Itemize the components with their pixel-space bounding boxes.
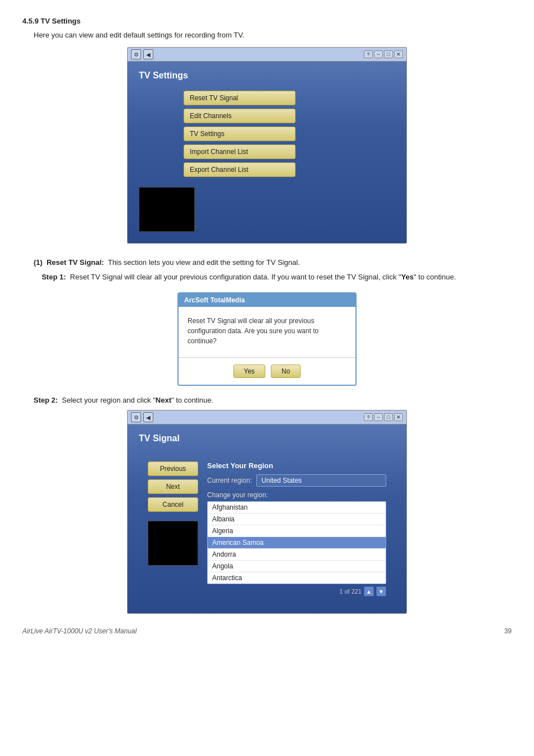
pagination-down-button[interactable]: ▼ xyxy=(376,586,386,596)
step1-description: This section lets you view and edit the … xyxy=(108,258,300,267)
signal-left-panel: Previous Next Cancel xyxy=(148,461,198,596)
step2-label-bold: Step 2: xyxy=(34,396,58,404)
region-item-algeria[interactable]: Algeria xyxy=(208,525,386,537)
previous-button[interactable]: Previous xyxy=(148,461,198,476)
export-channel-list-button[interactable]: Export Channel List xyxy=(184,162,296,177)
titlebar-right-icons: ? − □ ✕ xyxy=(364,50,403,58)
dialog-footer: Yes No xyxy=(179,358,355,385)
dialog-wrapper: ArcSoft TotalMedia Reset TV Signal will … xyxy=(22,292,512,386)
dialog-no-button[interactable]: No xyxy=(271,365,301,378)
current-region-row: Current region: United States xyxy=(207,474,386,487)
current-region-label: Current region: xyxy=(207,477,252,484)
yes-emphasis: Yes xyxy=(401,273,414,281)
region-pagination: 1 of 221 ▲ ▼ xyxy=(207,586,386,596)
signal-titlebar-right: ? − □ ✕ xyxy=(364,413,403,421)
signal-gear-icon[interactable]: ⚙ xyxy=(131,412,141,422)
signal-help-button[interactable]: ? xyxy=(364,413,373,421)
intro-text: Here you can view and edit default setti… xyxy=(34,31,512,39)
region-item-afghanistan[interactable]: Afghanistan xyxy=(208,502,386,514)
section-heading: 4.5.9 TV Settings xyxy=(22,17,512,25)
tv-signal-window: ⚙ ◀ ? − □ ✕ TV Signal Previous Next Canc… xyxy=(127,410,407,614)
step1-instruction: Step 1: Reset TV Signal will clear all y… xyxy=(34,272,512,283)
dialog-body: Reset TV Signal will clear all your prev… xyxy=(179,307,355,358)
step1-section: (1) Reset TV Signal: This section lets y… xyxy=(22,257,512,282)
region-item-albania[interactable]: Albania xyxy=(208,514,386,525)
signal-close-button[interactable]: ✕ xyxy=(394,413,403,421)
signal-app-title: TV Signal xyxy=(139,433,395,444)
step1-title: Reset TV Signal: xyxy=(46,258,104,267)
pagination-text: 1 of 221 xyxy=(339,588,362,595)
signal-arrow-icon[interactable]: ◀ xyxy=(143,412,153,422)
current-region-value: United States xyxy=(256,474,386,487)
maximize-button[interactable]: □ xyxy=(384,50,393,58)
step1-text2: " to continue. xyxy=(414,273,456,281)
close-button[interactable]: ✕ xyxy=(394,50,403,58)
signal-preview-box xyxy=(148,521,198,566)
region-item-angola[interactable]: Angola xyxy=(208,561,386,572)
dialog-box: ArcSoft TotalMedia Reset TV Signal will … xyxy=(177,292,357,386)
signal-maximize-button[interactable]: □ xyxy=(384,413,393,421)
cancel-button[interactable]: Cancel xyxy=(148,497,198,512)
tv-settings-button[interactable]: TV Settings xyxy=(184,127,296,141)
step1-text: Reset TV Signal will clear all your prev… xyxy=(70,273,401,281)
preview-box xyxy=(139,187,195,232)
step1-number: (1) xyxy=(34,258,43,267)
import-channel-list-button[interactable]: Import Channel List xyxy=(184,144,296,159)
region-list: Afghanistan Albania Algeria American Sam… xyxy=(207,501,386,584)
next-button[interactable]: Next xyxy=(148,479,198,494)
signal-content: Previous Next Cancel Select Your Region … xyxy=(139,454,395,608)
pagination-up-button[interactable]: ▲ xyxy=(364,586,374,596)
reset-tv-signal-button[interactable]: Reset TV Signal xyxy=(184,91,296,105)
page-footer: AirLive AirTV-1000U v2 User's Manual 39 xyxy=(22,627,512,635)
help-button[interactable]: ? xyxy=(364,50,373,58)
menu-buttons: Reset TV Signal Edit Channels TV Setting… xyxy=(184,91,395,177)
region-item-american-samoa[interactable]: American Samoa xyxy=(208,537,386,549)
change-region-label: Change your region: xyxy=(207,491,386,499)
signal-titlebar-left: ⚙ ◀ xyxy=(131,412,153,422)
signal-titlebar: ⚙ ◀ ? − □ ✕ xyxy=(128,410,406,424)
footer-brand: AirLive AirTV-1000U v2 User's Manual xyxy=(22,627,137,635)
app-content: TV Settings Reset TV Signal Edit Channel… xyxy=(128,62,406,243)
step2-label: Step 2: Select your region and click "Ne… xyxy=(34,396,512,404)
next-emphasis: Next xyxy=(156,396,171,404)
minimize-button[interactable]: − xyxy=(374,50,383,58)
gear-icon[interactable]: ⚙ xyxy=(131,49,141,59)
step2-text: Select your region and click " xyxy=(62,396,156,404)
signal-minimize-button[interactable]: − xyxy=(374,413,383,421)
signal-right-panel: Select Your Region Current region: Unite… xyxy=(207,461,386,596)
arrow-icon[interactable]: ◀ xyxy=(143,49,153,59)
region-item-antarctica[interactable]: Antarctica xyxy=(208,572,386,584)
step1-intro: (1) Reset TV Signal: This section lets y… xyxy=(34,257,512,268)
dialog-yes-button[interactable]: Yes xyxy=(233,365,266,378)
region-title: Select Your Region xyxy=(207,461,386,470)
step1-label: Step 1: xyxy=(41,273,65,281)
signal-app-content: TV Signal Previous Next Cancel Select Yo… xyxy=(128,424,406,613)
app-title: TV Settings xyxy=(139,71,395,81)
titlebar-left-icons: ⚙ ◀ xyxy=(131,49,153,59)
page-number: 39 xyxy=(504,627,512,635)
edit-channels-button[interactable]: Edit Channels xyxy=(184,109,296,123)
tv-settings-window: ⚙ ◀ ? − □ ✕ TV Settings Reset TV Signal … xyxy=(127,47,407,244)
step2-text2: " to continue. xyxy=(171,396,213,404)
region-item-andorra[interactable]: Andorra xyxy=(208,549,386,561)
dialog-titlebar: ArcSoft TotalMedia xyxy=(179,293,355,307)
titlebar: ⚙ ◀ ? − □ ✕ xyxy=(128,48,406,62)
